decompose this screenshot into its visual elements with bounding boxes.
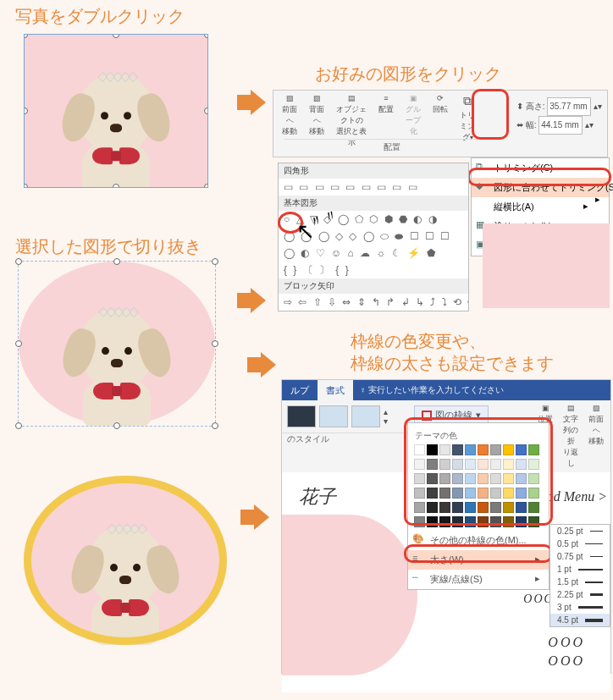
resize-handle[interactable] bbox=[15, 258, 22, 265]
doc-background-peek bbox=[483, 223, 610, 308]
line-weight-option[interactable]: 1.5 pt bbox=[550, 576, 610, 588]
highlight-color-palette bbox=[404, 417, 553, 526]
resize-handle[interactable] bbox=[204, 184, 208, 188]
annotation-step2: お好みの図形をクリック bbox=[315, 63, 501, 85]
line-weight-option[interactable]: 0.5 pt bbox=[550, 537, 610, 550]
line-weight-option[interactable]: 3 pt bbox=[550, 601, 610, 614]
annotation-step3: 選択した図形で切り抜き bbox=[15, 235, 202, 258]
dog-illustration: ◇◇◇◇◇ bbox=[79, 74, 153, 155]
highlight-weight-item bbox=[404, 544, 553, 563]
doc-text-row: OOO bbox=[548, 653, 585, 669]
resize-handle[interactable] bbox=[15, 422, 22, 429]
selection-pane-icon: ▤ bbox=[333, 94, 370, 102]
line-weight-option[interactable]: 2.25 pt bbox=[550, 588, 610, 601]
resize-handle[interactable] bbox=[113, 422, 120, 429]
picture-style-gallery[interactable]: ▴▾ bbox=[282, 400, 409, 433]
doc-text-name: 花子 bbox=[299, 484, 336, 510]
arrow-icon bbox=[240, 504, 271, 530]
bring-forward-icon: ▧ bbox=[279, 94, 301, 102]
ribbon-arrange: ▧前面へ 移動 ▨背面へ 移動 ▤オブジェクトの 選択と表示 ≡配置 ▣グループ… bbox=[273, 90, 608, 157]
style-thumb[interactable] bbox=[351, 405, 380, 427]
resize-handle[interactable] bbox=[212, 258, 218, 265]
width-value[interactable]: 44.15 mm bbox=[538, 116, 583, 135]
height-field[interactable]: ⬍ 高さ: 35.77 mm ▴▾ bbox=[516, 97, 602, 116]
shapes-row[interactable]: ▭ ▭ ▭ ▭ ▭ ▭ ▭ ▭ ▭ bbox=[279, 179, 468, 196]
yellow-oval-border bbox=[24, 476, 227, 645]
shapes-row[interactable]: ⇨ ⇦ ⇧ ⇩ ⇔ ⇕ ↰ ↱ ↲ ↳ ⤴ ⤵ ⟲ ⟳ bbox=[279, 294, 468, 311]
tell-me-search-hint[interactable]: ♀ 実行したい作業を入力してください bbox=[360, 384, 504, 396]
shapes-header-rectangles: 四角形 bbox=[279, 163, 468, 179]
ribbon-tab-strip: ルプ 書式 ♀ 実行したい作業を入力してください bbox=[282, 380, 610, 400]
crop-menu-aspect-ratio[interactable]: 縦横比(A)▸ bbox=[472, 197, 609, 217]
dashes-menu-item[interactable]: ┄実線/点線(S)▸ bbox=[408, 570, 549, 589]
highlight-crop-button bbox=[472, 89, 509, 140]
resize-handle[interactable] bbox=[113, 184, 119, 188]
arrow-icon bbox=[237, 288, 268, 313]
annotation-step1: 写真をダブルクリック bbox=[15, 5, 185, 28]
resize-handle[interactable] bbox=[15, 340, 22, 347]
resize-handle[interactable] bbox=[212, 422, 218, 429]
tiara-icon: ◇◇◇◇◇ bbox=[97, 68, 135, 84]
resize-handle[interactable] bbox=[24, 184, 28, 188]
shapes-header-arrows: ブロック矢印 bbox=[279, 278, 468, 294]
line-weight-option[interactable]: 4.5 pt bbox=[550, 614, 610, 626]
align-icon: ≡ bbox=[375, 94, 397, 102]
arrow-icon bbox=[237, 90, 268, 115]
chevron-right-icon: ▸ bbox=[535, 573, 540, 584]
text-wrap-icon: ▤ bbox=[560, 404, 582, 412]
style-group-label: のスタイル bbox=[282, 433, 409, 449]
highlight-crop-to-shape bbox=[467, 168, 611, 186]
resize-handle[interactable] bbox=[24, 107, 28, 114]
bring-forward-icon: ▧ bbox=[585, 404, 607, 412]
rotate-icon: ⟳ bbox=[429, 94, 451, 102]
shapes-row[interactable]: { } 〔 〕 { } bbox=[279, 262, 468, 278]
ribbon-format-panel: ルプ 書式 ♀ 実行したい作業を入力してください ▴▾ のスタイル 図の枠線 ▾… bbox=[281, 379, 611, 674]
shapes-row[interactable]: ◯ ◐ ♡ ☺ ⌂ ☁ ☼ ☾ ⚡ ⬟ bbox=[279, 245, 468, 262]
line-weight-option[interactable]: 0.75 pt bbox=[550, 550, 610, 563]
resize-handle[interactable] bbox=[204, 34, 208, 38]
shapes-header-basic: 基本図形 bbox=[279, 196, 468, 211]
style-thumb[interactable] bbox=[287, 405, 316, 427]
height-label: 高さ: bbox=[526, 102, 545, 111]
width-label: 幅: bbox=[526, 120, 537, 130]
result-image-oval-border: ◇◇◇◇◇ bbox=[24, 476, 227, 645]
height-icon: ⬍ bbox=[516, 102, 523, 111]
resize-handle[interactable] bbox=[113, 34, 119, 38]
palette-icon: 🎨 bbox=[412, 533, 424, 544]
resize-handle[interactable] bbox=[113, 258, 120, 265]
width-field[interactable]: ⬌ 幅: 44.15 mm ▴▾ bbox=[516, 116, 602, 135]
annotation-step4b: 枠線の太さも設定できます bbox=[351, 352, 554, 375]
resize-handle[interactable] bbox=[204, 107, 208, 114]
height-value[interactable]: 35.77 mm bbox=[547, 97, 591, 116]
line-weight-option[interactable]: 1 pt bbox=[550, 563, 610, 576]
doc-text-row: OOO bbox=[548, 635, 585, 650]
mouse-cursor-icon: ↖ bbox=[296, 218, 315, 245]
bring-forward-button[interactable]: ▧前面へ 移動 bbox=[585, 404, 607, 469]
ribbon-group-label: 配置 bbox=[284, 139, 500, 153]
annotation-step4a: 枠線の色変更や、 bbox=[351, 330, 486, 353]
dashes-icon: ┄ bbox=[412, 572, 418, 583]
group-icon: ▣ bbox=[402, 94, 424, 102]
selected-image-1[interactable]: ◇◇◇◇◇ bbox=[24, 34, 208, 188]
arrow-icon bbox=[247, 352, 278, 378]
position-icon: ▣ bbox=[534, 404, 556, 412]
line-weight-option[interactable]: 0.25 pt bbox=[550, 525, 610, 537]
tab-help[interactable]: ルプ bbox=[282, 380, 318, 400]
selected-cropped-image[interactable]: ◇◇◇◇◇ bbox=[18, 261, 216, 427]
resize-handle[interactable] bbox=[24, 34, 28, 38]
chevron-right-icon: ▸ bbox=[583, 201, 588, 212]
text-wrap-button[interactable]: ▤文字列の折 り返し bbox=[560, 404, 582, 469]
resize-handle[interactable] bbox=[212, 340, 218, 347]
doc-image-peek bbox=[282, 515, 417, 675]
style-thumb[interactable] bbox=[319, 405, 348, 427]
dog-illustration: ◇◇◇◇◇ bbox=[80, 310, 154, 390]
send-backward-icon: ▨ bbox=[306, 94, 328, 102]
line-weight-submenu: 0.25 pt0.5 pt0.75 pt1 pt1.5 pt2.25 pt3 p… bbox=[549, 524, 610, 627]
tab-format[interactable]: 書式 bbox=[318, 380, 353, 400]
width-icon: ⬌ bbox=[516, 120, 523, 130]
